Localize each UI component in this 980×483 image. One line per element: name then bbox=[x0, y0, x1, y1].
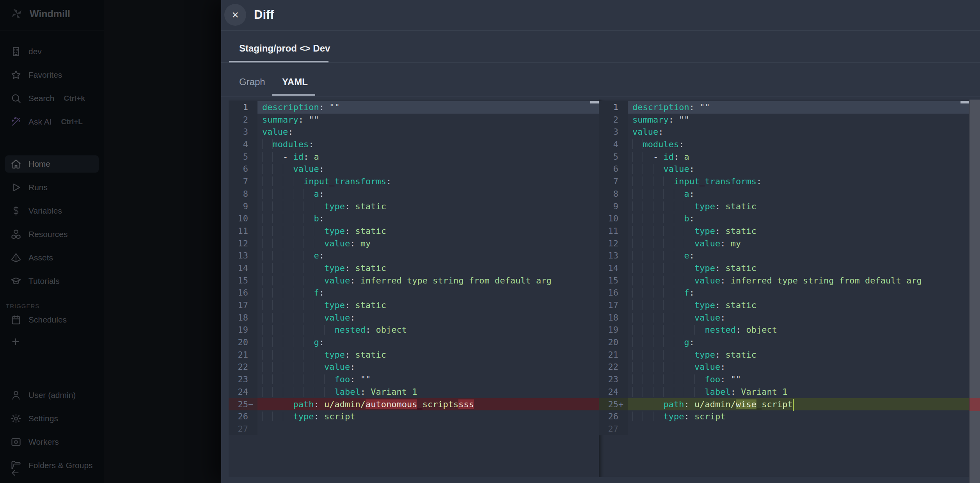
code-line[interactable]: 17 type: static bbox=[599, 299, 969, 312]
code-line[interactable]: 6 value: bbox=[599, 163, 969, 175]
line-number: 6 bbox=[229, 163, 257, 175]
code-line-content: input_transforms: bbox=[257, 175, 599, 188]
code-line[interactable]: 2summary: "" bbox=[229, 114, 599, 126]
code-token: type bbox=[293, 412, 314, 421]
code-line[interactable]: 25− path: u/admin/autonomous_scriptssss bbox=[229, 398, 599, 411]
code-token: : bbox=[720, 313, 725, 323]
code-line[interactable]: 27 bbox=[599, 423, 969, 435]
code-token: value bbox=[694, 276, 720, 285]
code-line-content: e: bbox=[257, 250, 599, 262]
code-line[interactable]: 13 e: bbox=[599, 250, 969, 262]
code-line[interactable]: 1description: "" bbox=[599, 101, 969, 114]
code-token: label bbox=[334, 387, 360, 397]
line-number: 10 bbox=[229, 212, 257, 225]
code-line[interactable]: 21 type: static bbox=[229, 349, 599, 361]
line-number: 3 bbox=[599, 126, 628, 138]
code-token: "" bbox=[360, 374, 371, 384]
code-line[interactable]: 3value: bbox=[229, 126, 599, 138]
code-line[interactable]: 13 e: bbox=[229, 250, 599, 262]
code-line[interactable]: 15 value: inferred type string from defa… bbox=[229, 274, 599, 287]
code-line[interactable]: 19 nested: object bbox=[229, 324, 599, 336]
code-line-content: foo: "" bbox=[257, 373, 599, 386]
code-line[interactable]: 8 a: bbox=[599, 188, 969, 200]
tab-graph[interactable]: Graph bbox=[239, 77, 265, 87]
code-line[interactable]: 6 value: bbox=[229, 163, 599, 175]
code-line[interactable]: 16 f: bbox=[599, 287, 969, 299]
diff-original-panel[interactable]: 1description: ""2summary: ""3value:4 mod… bbox=[229, 100, 599, 477]
close-drawer-button[interactable]: × bbox=[224, 4, 246, 26]
code-line[interactable]: 10 b: bbox=[599, 212, 969, 225]
code-line[interactable]: 12 value: my bbox=[229, 237, 599, 250]
code-line[interactable]: 9 type: static bbox=[229, 200, 599, 213]
code-token: script bbox=[324, 412, 355, 421]
code-line[interactable]: 17 type: static bbox=[229, 299, 599, 312]
tab-yaml[interactable]: YAML bbox=[282, 77, 308, 87]
code-token: : bbox=[319, 214, 324, 223]
code-line[interactable]: 25+ path: u/admin/wise_script bbox=[599, 398, 969, 411]
line-number: 14 bbox=[599, 262, 628, 274]
code-line[interactable]: 11 type: static bbox=[229, 225, 599, 237]
code-line[interactable]: 19 nested: object bbox=[599, 324, 969, 336]
code-token: id bbox=[663, 152, 674, 162]
code-line-content: type: static bbox=[628, 225, 969, 237]
tab-staging-prod-dev[interactable]: Staging/prod <> Dev bbox=[239, 43, 330, 54]
insert-caret bbox=[793, 399, 794, 411]
code-line[interactable]: 8 a: bbox=[229, 188, 599, 200]
code-token: inferred type string from default arg bbox=[360, 276, 552, 285]
code-line[interactable]: 20 g: bbox=[229, 336, 599, 349]
code-line[interactable]: 4 modules: bbox=[229, 138, 599, 151]
code-line[interactable]: 23 foo: "" bbox=[599, 373, 969, 386]
code-token: "" bbox=[731, 374, 741, 384]
line-number: 4 bbox=[229, 138, 257, 151]
right-scrollbar-thumb[interactable] bbox=[960, 101, 969, 103]
code-line-content: label: Variant 1 bbox=[257, 386, 599, 398]
code-token: : bbox=[756, 176, 762, 186]
yaml-tab-underline bbox=[272, 94, 315, 96]
code-line[interactable]: 26 type: script bbox=[229, 410, 599, 423]
code-line[interactable]: 12 value: my bbox=[599, 237, 969, 250]
code-line[interactable]: 3value: bbox=[599, 126, 969, 138]
code-line[interactable]: 21 type: static bbox=[599, 349, 969, 361]
drawer-scrollbar[interactable] bbox=[969, 100, 980, 483]
code-token: b bbox=[684, 214, 689, 223]
code-token: g bbox=[684, 337, 689, 347]
code-token: type bbox=[324, 300, 345, 310]
code-line[interactable]: 11 type: static bbox=[599, 225, 969, 237]
line-number: 4 bbox=[599, 138, 628, 151]
code-token: sss bbox=[458, 399, 474, 409]
line-number: 15 bbox=[599, 274, 628, 287]
code-line[interactable]: 10 b: bbox=[229, 212, 599, 225]
code-token: a bbox=[314, 152, 319, 162]
modal-dim-overlay[interactable] bbox=[0, 0, 221, 483]
left-scrollbar-thumb[interactable] bbox=[590, 101, 599, 103]
code-token: _script bbox=[756, 399, 793, 409]
code-line[interactable]: 7 input_transforms: bbox=[229, 175, 599, 188]
code-token: : bbox=[319, 164, 324, 174]
code-line[interactable]: 5 - id: a bbox=[599, 151, 969, 163]
code-line[interactable]: 23 foo: "" bbox=[229, 373, 599, 386]
code-line[interactable]: 2summary: "" bbox=[599, 114, 969, 126]
code-line[interactable]: 18 value: bbox=[229, 312, 599, 324]
code-line[interactable]: 24 label: Variant 1 bbox=[599, 386, 969, 398]
code-line[interactable]: 18 value: bbox=[599, 312, 969, 324]
code-line[interactable]: 5 - id: a bbox=[229, 151, 599, 163]
code-token: id bbox=[293, 152, 304, 162]
code-token: type bbox=[694, 226, 715, 236]
code-line[interactable]: 16 f: bbox=[229, 287, 599, 299]
code-line[interactable]: 14 type: static bbox=[229, 262, 599, 274]
code-line[interactable]: 20 g: bbox=[599, 336, 969, 349]
code-line[interactable]: 14 type: static bbox=[599, 262, 969, 274]
code-line[interactable]: 22 value: bbox=[229, 361, 599, 373]
code-token: : bbox=[345, 350, 355, 360]
code-line[interactable]: 22 value: bbox=[599, 361, 969, 373]
code-line[interactable]: 24 label: Variant 1 bbox=[229, 386, 599, 398]
code-line[interactable]: 26 type: script bbox=[599, 410, 969, 423]
code-line[interactable]: 4 modules: bbox=[599, 138, 969, 151]
diff-modified-panel[interactable]: 1description: ""2summary: ""3value:4 mod… bbox=[599, 100, 969, 477]
code-line[interactable]: 27 bbox=[229, 423, 599, 435]
code-line[interactable]: 1description: "" bbox=[229, 101, 599, 114]
code-line[interactable]: 15 value: inferred type string from defa… bbox=[599, 274, 969, 287]
code-line[interactable]: 9 type: static bbox=[599, 200, 969, 213]
code-line[interactable]: 7 input_transforms: bbox=[599, 175, 969, 188]
diff-editor[interactable]: 1description: ""2summary: ""3value:4 mod… bbox=[229, 100, 969, 477]
